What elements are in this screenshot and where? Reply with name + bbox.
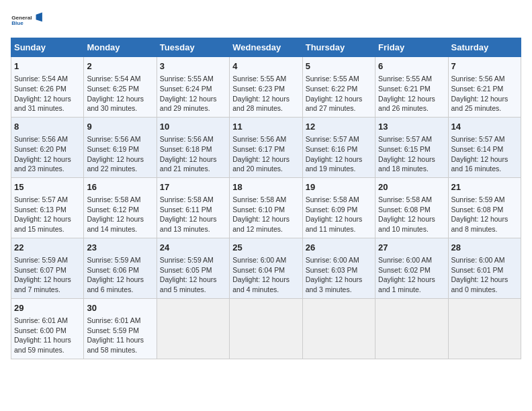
calendar-cell: 4Sunrise: 5:55 AM Sunset: 6:23 PM Daylig… [230, 57, 302, 118]
calendar-cell: 20Sunrise: 5:58 AM Sunset: 6:08 PM Dayli… [375, 177, 448, 238]
calendar-cell: 19Sunrise: 5:58 AM Sunset: 6:09 PM Dayli… [302, 177, 375, 238]
col-header-saturday: Saturday [448, 38, 521, 57]
calendar-cell: 3Sunrise: 5:55 AM Sunset: 6:24 PM Daylig… [157, 57, 229, 118]
calendar-cell: 27Sunrise: 6:00 AM Sunset: 6:02 PM Dayli… [375, 238, 448, 298]
calendar-header-row: SundayMondayTuesdayWednesdayThursdayFrid… [11, 38, 521, 57]
day-info: Sunrise: 5:56 AM Sunset: 6:18 PM Dayligh… [160, 134, 226, 174]
day-info: Sunrise: 5:55 AM Sunset: 6:22 PM Dayligh… [306, 74, 372, 113]
day-number: 4 [232, 60, 299, 73]
day-number: 7 [451, 60, 518, 73]
calendar-cell [230, 298, 302, 359]
day-number: 11 [232, 121, 299, 133]
calendar-cell: 21Sunrise: 5:59 AM Sunset: 6:08 PM Dayli… [448, 177, 521, 238]
day-info: Sunrise: 5:59 AM Sunset: 6:08 PM Dayligh… [451, 195, 518, 234]
calendar-week-row: 1Sunrise: 5:54 AM Sunset: 6:26 PM Daylig… [11, 57, 521, 118]
day-info: Sunrise: 5:55 AM Sunset: 6:24 PM Dayligh… [160, 74, 226, 113]
day-info: Sunrise: 5:56 AM Sunset: 6:21 PM Dayligh… [451, 74, 518, 113]
col-header-friday: Friday [375, 38, 448, 57]
day-info: Sunrise: 6:00 AM Sunset: 6:04 PM Dayligh… [232, 255, 299, 295]
calendar-week-row: 8Sunrise: 5:56 AM Sunset: 6:20 PM Daylig… [11, 117, 521, 177]
day-info: Sunrise: 5:56 AM Sunset: 6:19 PM Dayligh… [87, 134, 153, 174]
day-number: 12 [306, 121, 372, 133]
day-number: 6 [378, 60, 445, 73]
calendar-cell [448, 298, 521, 359]
calendar-cell: 26Sunrise: 6:00 AM Sunset: 6:03 PM Dayli… [302, 238, 375, 298]
calendar-cell: 2Sunrise: 5:54 AM Sunset: 6:25 PM Daylig… [84, 57, 157, 118]
calendar-cell: 11Sunrise: 5:56 AM Sunset: 6:17 PM Dayli… [230, 117, 302, 177]
day-info: Sunrise: 5:59 AM Sunset: 6:05 PM Dayligh… [160, 255, 226, 295]
col-header-sunday: Sunday [11, 38, 84, 57]
calendar-cell: 25Sunrise: 6:00 AM Sunset: 6:04 PM Dayli… [230, 238, 302, 298]
calendar-cell: 24Sunrise: 5:59 AM Sunset: 6:05 PM Dayli… [157, 238, 229, 298]
day-number: 29 [14, 302, 81, 314]
calendar-cell: 10Sunrise: 5:56 AM Sunset: 6:18 PM Dayli… [157, 117, 229, 177]
calendar-cell: 17Sunrise: 5:58 AM Sunset: 6:11 PM Dayli… [157, 177, 229, 238]
day-info: Sunrise: 5:54 AM Sunset: 6:25 PM Dayligh… [87, 74, 153, 113]
calendar-cell: 29Sunrise: 6:01 AM Sunset: 6:00 PM Dayli… [11, 298, 84, 359]
day-number: 19 [306, 181, 372, 193]
calendar-cell: 23Sunrise: 5:59 AM Sunset: 6:06 PM Dayli… [84, 238, 157, 298]
calendar-cell [157, 298, 229, 359]
day-number: 17 [160, 181, 226, 193]
col-header-monday: Monday [84, 38, 157, 57]
calendar-cell [302, 298, 375, 359]
day-info: Sunrise: 5:54 AM Sunset: 6:26 PM Dayligh… [14, 74, 81, 113]
calendar-cell: 16Sunrise: 5:58 AM Sunset: 6:12 PM Dayli… [84, 177, 157, 238]
logo: GeneralBlue [11, 11, 44, 31]
day-number: 28 [451, 242, 518, 254]
page-header: GeneralBlue [11, 11, 521, 31]
day-info: Sunrise: 5:55 AM Sunset: 6:23 PM Dayligh… [232, 74, 299, 113]
day-info: Sunrise: 5:56 AM Sunset: 6:17 PM Dayligh… [232, 134, 299, 174]
calendar-cell: 9Sunrise: 5:56 AM Sunset: 6:19 PM Daylig… [84, 117, 157, 177]
calendar-cell: 12Sunrise: 5:57 AM Sunset: 6:16 PM Dayli… [302, 117, 375, 177]
svg-text:Blue: Blue [11, 20, 24, 26]
col-header-tuesday: Tuesday [157, 38, 229, 57]
calendar-week-row: 22Sunrise: 5:59 AM Sunset: 6:07 PM Dayli… [11, 238, 521, 298]
day-number: 27 [378, 242, 445, 254]
day-number: 24 [160, 242, 226, 254]
day-info: Sunrise: 5:58 AM Sunset: 6:09 PM Dayligh… [306, 195, 372, 234]
day-number: 14 [451, 121, 518, 133]
day-info: Sunrise: 6:00 AM Sunset: 6:03 PM Dayligh… [306, 255, 372, 295]
day-number: 2 [87, 60, 153, 73]
day-number: 22 [14, 242, 81, 254]
day-info: Sunrise: 5:57 AM Sunset: 6:13 PM Dayligh… [14, 195, 81, 234]
day-number: 16 [87, 181, 153, 193]
day-number: 13 [378, 121, 445, 133]
day-number: 3 [160, 60, 226, 73]
day-number: 23 [87, 242, 153, 254]
calendar-cell [375, 298, 448, 359]
day-info: Sunrise: 5:58 AM Sunset: 6:12 PM Dayligh… [87, 195, 153, 234]
day-info: Sunrise: 6:00 AM Sunset: 6:01 PM Dayligh… [451, 255, 518, 295]
day-number: 21 [451, 181, 518, 193]
day-number: 20 [378, 181, 445, 193]
day-info: Sunrise: 5:57 AM Sunset: 6:16 PM Dayligh… [306, 134, 372, 174]
day-info: Sunrise: 6:01 AM Sunset: 6:00 PM Dayligh… [14, 316, 81, 355]
day-info: Sunrise: 5:58 AM Sunset: 6:11 PM Dayligh… [160, 195, 226, 234]
calendar-cell: 30Sunrise: 6:01 AM Sunset: 5:59 PM Dayli… [84, 298, 157, 359]
day-info: Sunrise: 5:58 AM Sunset: 6:08 PM Dayligh… [378, 195, 445, 234]
calendar-cell: 6Sunrise: 5:55 AM Sunset: 6:21 PM Daylig… [375, 57, 448, 118]
day-info: Sunrise: 5:59 AM Sunset: 6:06 PM Dayligh… [87, 255, 153, 295]
day-info: Sunrise: 6:00 AM Sunset: 6:02 PM Dayligh… [378, 255, 445, 295]
col-header-wednesday: Wednesday [230, 38, 302, 57]
day-number: 1 [14, 60, 81, 73]
day-number: 26 [306, 242, 372, 254]
svg-text:General: General [11, 15, 32, 21]
day-info: Sunrise: 5:59 AM Sunset: 6:07 PM Dayligh… [14, 255, 81, 295]
calendar-table: SundayMondayTuesdayWednesdayThursdayFrid… [11, 38, 521, 359]
day-info: Sunrise: 5:57 AM Sunset: 6:14 PM Dayligh… [451, 134, 518, 174]
calendar-cell: 28Sunrise: 6:00 AM Sunset: 6:01 PM Dayli… [448, 238, 521, 298]
day-number: 15 [14, 181, 81, 193]
calendar-cell: 7Sunrise: 5:56 AM Sunset: 6:21 PM Daylig… [448, 57, 521, 118]
calendar-cell: 22Sunrise: 5:59 AM Sunset: 6:07 PM Dayli… [11, 238, 84, 298]
day-number: 18 [232, 181, 299, 193]
day-info: Sunrise: 5:57 AM Sunset: 6:15 PM Dayligh… [378, 134, 445, 174]
calendar-cell: 1Sunrise: 5:54 AM Sunset: 6:26 PM Daylig… [11, 57, 84, 118]
calendar-week-row: 29Sunrise: 6:01 AM Sunset: 6:00 PM Dayli… [11, 298, 521, 359]
day-info: Sunrise: 5:55 AM Sunset: 6:21 PM Dayligh… [378, 74, 445, 113]
calendar-cell: 15Sunrise: 5:57 AM Sunset: 6:13 PM Dayli… [11, 177, 84, 238]
col-header-thursday: Thursday [302, 38, 375, 57]
calendar-cell: 8Sunrise: 5:56 AM Sunset: 6:20 PM Daylig… [11, 117, 84, 177]
calendar-cell: 18Sunrise: 5:58 AM Sunset: 6:10 PM Dayli… [230, 177, 302, 238]
